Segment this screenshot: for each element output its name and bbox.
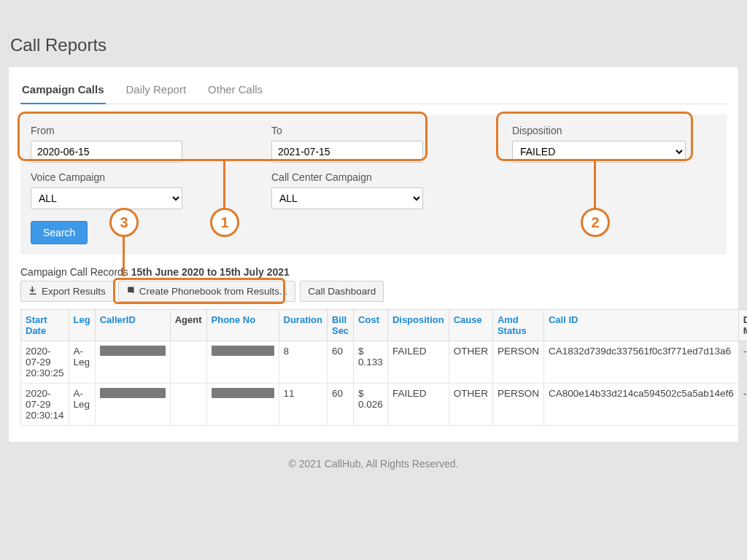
cell-cost: $ 0.026	[354, 384, 388, 426]
create-phonebook-label: Create Phonebook from Results...	[139, 286, 287, 297]
cell-leg: A-Leg	[69, 384, 95, 426]
col-agent: Agent	[170, 310, 206, 341]
results-table: Start Date Leg CallerID Agent Phone No D…	[20, 309, 747, 426]
records-toolbar: Export Results Create Phonebook from Res…	[20, 281, 727, 302]
tab-daily-report[interactable]: Daily Report	[125, 76, 188, 104]
cell-agent	[170, 341, 206, 384]
to-field-group: To	[271, 125, 490, 163]
filter-area: From To Disposition FAILED	[20, 114, 727, 254]
col-call-id[interactable]: Call ID	[543, 310, 738, 341]
search-button[interactable]: Search	[31, 221, 88, 244]
call-center-campaign-group: Call Center Campaign ALL	[271, 171, 490, 209]
voice-campaign-group: Voice Campaign ALL	[31, 171, 271, 209]
call-center-campaign-select[interactable]: ALL	[271, 187, 423, 209]
records-header-range: 15th June 2020 to 15th July 2021	[131, 266, 290, 278]
cell-call-id: CA1832d739dc337561f0c3f771ed7d13a6	[543, 341, 738, 384]
cell-disposition: FAILED	[387, 384, 449, 426]
col-dialer-mode: Dialer Mode	[738, 310, 747, 341]
col-phone-no[interactable]: Phone No	[206, 310, 279, 341]
col-cost[interactable]: Cost	[354, 310, 388, 341]
annotation-circle-1: 1	[210, 208, 239, 237]
disposition-select[interactable]: FAILED	[512, 141, 686, 163]
cell-agent	[170, 384, 206, 426]
from-field-group: From	[31, 125, 271, 163]
table-row: 2020-07-29 20:30:14A-Leg1160$ 0.026FAILE…	[21, 384, 748, 426]
tab-campaign-calls[interactable]: Campaign Calls	[20, 76, 106, 104]
col-caller-id[interactable]: CallerID	[95, 310, 170, 341]
cell-phone-no	[206, 384, 279, 426]
tabs: Campaign Calls Daily Report Other Calls	[20, 76, 727, 104]
cell-amd: PERSON	[492, 384, 543, 426]
table-row: 2020-07-29 20:30:25A-Leg860$ 0.133FAILED…	[21, 341, 748, 384]
book-icon	[126, 286, 135, 297]
col-start-date[interactable]: Start Date	[21, 310, 69, 341]
table-header-row: Start Date Leg CallerID Agent Phone No D…	[21, 310, 748, 341]
annotation-circle-3: 3	[109, 208, 139, 237]
call-center-campaign-label: Call Center Campaign	[271, 171, 490, 183]
tab-other-calls[interactable]: Other Calls	[206, 76, 264, 104]
cell-amd: PERSON	[492, 341, 543, 384]
cell-phone-no	[206, 341, 279, 384]
cell-cause: OTHER	[449, 341, 492, 384]
col-disposition[interactable]: Disposition	[387, 310, 449, 341]
cell-disposition: FAILED	[387, 341, 449, 384]
cell-bill-sec: 60	[327, 384, 353, 426]
col-amd[interactable]: Amd Status	[492, 310, 543, 341]
cell-start-date: 2020-07-29 20:30:14	[21, 384, 69, 426]
disposition-field-group: Disposition FAILED	[512, 125, 702, 163]
cell-caller-id	[95, 341, 170, 384]
page-title: Call Reports	[10, 35, 747, 55]
create-phonebook-button[interactable]: Create Phonebook from Results...	[118, 281, 295, 302]
main-panel: Campaign Calls Daily Report Other Calls …	[9, 67, 738, 442]
to-label: To	[271, 125, 490, 136]
call-dashboard-button[interactable]: Call Dashboard	[300, 281, 384, 302]
to-input[interactable]	[271, 141, 423, 163]
cell-bill-sec: 60	[327, 341, 353, 384]
disposition-label: Disposition	[512, 125, 702, 136]
voice-campaign-select[interactable]: ALL	[31, 187, 182, 209]
cell-dialer: -	[738, 341, 747, 384]
download-icon	[28, 286, 37, 297]
cell-start-date: 2020-07-29 20:30:25	[21, 341, 69, 384]
export-results-label: Export Results	[42, 286, 106, 297]
col-duration[interactable]: Duration	[279, 310, 327, 341]
from-input[interactable]	[31, 141, 182, 163]
col-leg[interactable]: Leg	[69, 310, 95, 341]
annotation-circle-2: 2	[581, 208, 610, 237]
cell-leg: A-Leg	[69, 341, 95, 384]
records-header-prefix: Campaign Call Records	[20, 266, 131, 278]
records-header: Campaign Call Records 15th June 2020 to …	[20, 266, 727, 278]
cell-call-id: CA800e14b33d214ca594502c5a5ab14ef6	[543, 384, 738, 426]
cell-duration: 8	[279, 341, 327, 384]
cell-duration: 11	[279, 384, 327, 426]
footer-text: © 2021 CallHub, All Rights Reserved.	[0, 442, 747, 486]
cell-cost: $ 0.133	[354, 341, 388, 384]
from-label: From	[31, 125, 271, 136]
cell-dialer: -	[738, 384, 747, 426]
export-results-button[interactable]: Export Results	[20, 281, 114, 302]
col-cause[interactable]: Cause	[449, 310, 492, 341]
col-bill-sec[interactable]: Bill Sec	[327, 310, 353, 341]
cell-cause: OTHER	[449, 384, 492, 426]
cell-caller-id	[95, 384, 170, 426]
voice-campaign-label: Voice Campaign	[31, 171, 271, 183]
call-dashboard-label: Call Dashboard	[308, 286, 376, 297]
